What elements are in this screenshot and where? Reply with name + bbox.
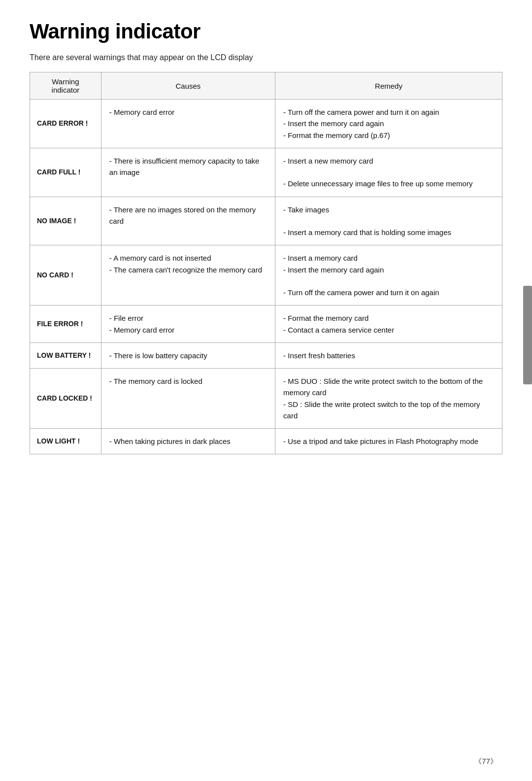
causes-cell: - There is low battery capacity (101, 342, 275, 368)
col-header-causes: Causes (101, 72, 275, 100)
table-row: LOW LIGHT !- When taking pictures in dar… (30, 429, 502, 454)
indicator-cell: CARD LOCKED ! (30, 369, 101, 429)
remedy-cell: - Insert a memory card - Insert the memo… (275, 245, 502, 306)
warning-table: Warning indicator Causes Remedy CARD ERR… (30, 72, 502, 454)
causes-cell: - File error - Memory card error (101, 306, 275, 343)
indicator-cell: CARD FULL ! (30, 148, 101, 197)
remedy-cell: - Use a tripod and take pictures in Flas… (275, 429, 502, 454)
scrollbar[interactable] (523, 286, 532, 384)
page-title: Warning indicator (30, 20, 502, 43)
remedy-cell: - MS DUO : Slide the write protect switc… (275, 369, 502, 429)
remedy-cell: - Insert a new memory card - Delete unne… (275, 148, 502, 197)
causes-cell: - The memory card is locked (101, 369, 275, 429)
causes-cell: - When taking pictures in dark places (101, 429, 275, 454)
table-row: LOW BATTERY !- There is low battery capa… (30, 342, 502, 368)
indicator-cell: FILE ERROR ! (30, 306, 101, 343)
page-subtitle: There are several warnings that may appe… (30, 53, 502, 62)
table-row: CARD FULL !- There is insufficient memor… (30, 148, 502, 197)
indicator-cell: LOW BATTERY ! (30, 342, 101, 368)
indicator-cell: CARD ERROR ! (30, 100, 101, 148)
remedy-cell: - Take images - Insert a memory card tha… (275, 197, 502, 245)
remedy-cell: - Insert fresh batteries (275, 342, 502, 368)
causes-cell: - There are no images stored on the memo… (101, 197, 275, 245)
page-number: 《77》 (474, 757, 498, 766)
causes-cell: - Memory card error (101, 100, 275, 148)
remedy-cell: - Turn off the camera power and turn it … (275, 100, 502, 148)
causes-cell: - There is insufficient memory capacity … (101, 148, 275, 197)
causes-cell: - A memory card is not inserted - The ca… (101, 245, 275, 306)
remedy-cell: - Format the memory card - Contact a cam… (275, 306, 502, 343)
indicator-cell: LOW LIGHT ! (30, 429, 101, 454)
table-row: NO CARD !- A memory card is not inserted… (30, 245, 502, 306)
table-row: CARD LOCKED !- The memory card is locked… (30, 369, 502, 429)
indicator-cell: NO CARD ! (30, 245, 101, 306)
indicator-cell: NO IMAGE ! (30, 197, 101, 245)
table-row: CARD ERROR !- Memory card error- Turn of… (30, 100, 502, 148)
col-header-indicator: Warning indicator (30, 72, 101, 100)
col-header-remedy: Remedy (275, 72, 502, 100)
table-row: NO IMAGE !- There are no images stored o… (30, 197, 502, 245)
table-row: FILE ERROR !- File error - Memory card e… (30, 306, 502, 343)
